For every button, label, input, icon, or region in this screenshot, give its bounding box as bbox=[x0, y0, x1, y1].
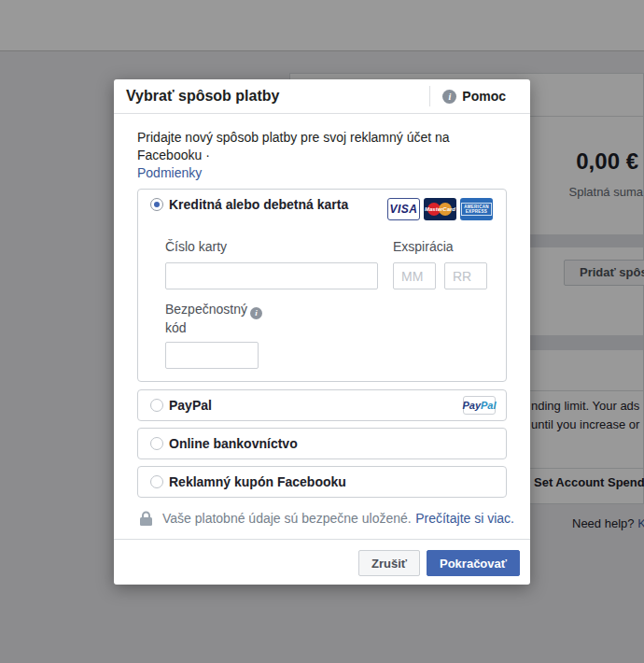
dialog-header: Vybrať spôsob platby i Pomoc bbox=[114, 79, 530, 114]
visa-icon: VISA bbox=[387, 198, 420, 220]
card-number-label: Číslo karty bbox=[165, 239, 227, 254]
terms-link[interactable]: Podmienky bbox=[137, 165, 202, 180]
help-label: Pomoc bbox=[462, 89, 506, 104]
amex-icon: AMERICAN EXPRESS bbox=[460, 198, 493, 220]
online-banking-option[interactable]: Online bankovníctvo bbox=[137, 428, 507, 459]
payment-method-dialog: Vybrať spôsob platby i Pomoc Pridajte no… bbox=[114, 79, 530, 585]
mastercard-icon: MasterCard bbox=[424, 198, 456, 220]
card-number-input[interactable] bbox=[165, 262, 378, 289]
card-brand-logos: VISA MasterCard AMERICAN EXPRESS bbox=[387, 198, 493, 220]
ad-coupon-radio[interactable] bbox=[150, 475, 163, 488]
paypal-label: PayPal bbox=[169, 398, 212, 413]
security-code-info-icon[interactable]: i bbox=[250, 307, 262, 319]
security-code-label: Bezpečnostnýi kód bbox=[165, 301, 287, 337]
card-option-radio[interactable] bbox=[150, 198, 163, 211]
intro-text: Pridajte nový spôsob platby pre svoj rek… bbox=[137, 130, 450, 162]
ad-coupon-label: Reklamný kupón Facebooku bbox=[169, 474, 346, 489]
help-button[interactable]: i Pomoc bbox=[429, 86, 506, 106]
paypal-icon: PayPal bbox=[463, 396, 496, 415]
footer-divider bbox=[114, 539, 530, 540]
ad-coupon-option[interactable]: Reklamný kupón Facebooku bbox=[137, 466, 507, 498]
dialog-intro: Pridajte nový spôsob platby pre svoj rek… bbox=[137, 129, 515, 182]
paypal-radio[interactable] bbox=[150, 399, 163, 412]
dialog-footer: Zrušiť Pokračovať bbox=[358, 550, 520, 576]
online-banking-radio[interactable] bbox=[150, 437, 163, 450]
security-code-input[interactable] bbox=[165, 342, 259, 369]
secure-note-text: Vaše platobné údaje sú bezpečne uložené. bbox=[162, 511, 412, 526]
dialog-title: Vybrať spôsob platby bbox=[126, 88, 279, 105]
expiry-label: Exspirácia bbox=[393, 239, 454, 254]
read-more-link[interactable]: Prečítajte si viac. bbox=[415, 511, 514, 526]
secure-note-row: Vaše platobné údaje sú bezpečne uložené.… bbox=[139, 510, 514, 527]
expiry-month-input[interactable] bbox=[393, 262, 436, 289]
help-info-icon: i bbox=[442, 90, 456, 104]
card-option-section: Kreditná alebo debetná karta VISA Master… bbox=[137, 189, 507, 382]
expiry-year-input[interactable] bbox=[444, 262, 487, 289]
online-banking-label: Online bankovníctvo bbox=[169, 436, 298, 451]
header-divider bbox=[429, 86, 430, 106]
continue-button[interactable]: Pokračovať bbox=[427, 550, 520, 576]
card-option-label[interactable]: Kreditná alebo debetná karta bbox=[169, 197, 348, 212]
cancel-button[interactable]: Zrušiť bbox=[358, 550, 420, 576]
lock-icon bbox=[139, 511, 153, 527]
paypal-option[interactable]: PayPal PayPal bbox=[137, 389, 507, 421]
billing-page: 0,00 € Splatná suma Pridať spôso nding l… bbox=[0, 0, 644, 663]
